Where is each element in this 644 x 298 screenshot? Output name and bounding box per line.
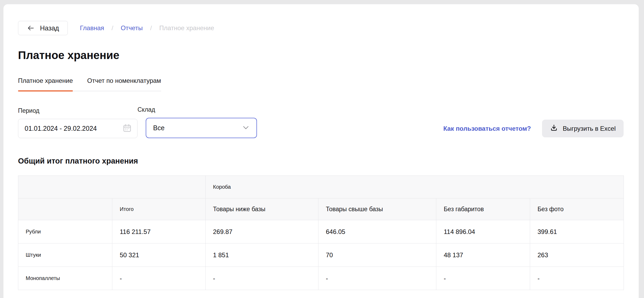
- period-value: 01.01.2024 - 29.02.2024: [25, 125, 119, 132]
- table-cell: 70: [318, 243, 436, 267]
- row-label: Монопаллеты: [18, 267, 112, 290]
- table-cell: -: [318, 267, 436, 290]
- breadcrumb-item-current: Платное хранение: [159, 24, 214, 32]
- summary-heading: Общий итог платного хранения: [18, 157, 624, 165]
- back-button-label: Назад: [40, 24, 59, 32]
- column-header-no-dimensions: Без габаритов: [436, 198, 530, 220]
- table-cell: -: [530, 267, 624, 290]
- page-title: Платное хранение: [18, 49, 624, 62]
- calendar-icon[interactable]: [122, 123, 132, 134]
- table-cell: 269.87: [206, 220, 318, 243]
- empty-header-cell: [18, 198, 112, 220]
- how-to-use-report-link[interactable]: Как пользоваться отчетом?: [443, 125, 531, 132]
- table-cell: 114 896.04: [436, 220, 530, 243]
- table-cell: 48 137: [436, 243, 530, 267]
- download-icon: [550, 124, 558, 133]
- column-header-total: Итого: [112, 198, 206, 220]
- table-cell: 263: [530, 243, 624, 267]
- topbar: Назад Главная / Отчеты / Платное хранени…: [18, 21, 624, 35]
- table-cell: 116 211.57: [112, 220, 206, 243]
- filters-row: Период 01.01.2024 - 29.02.2024 Склад Все: [18, 106, 624, 138]
- table-column-header-row: Итого Товары ниже базы Товары свыше базы…: [18, 198, 624, 220]
- breadcrumb: Главная / Отчеты / Платное хранение: [80, 24, 214, 32]
- table-cell: 1 851: [206, 243, 318, 267]
- empty-group-cell: [18, 176, 206, 198]
- breadcrumb-item-home[interactable]: Главная: [80, 24, 104, 32]
- table-row-rubles: Рубли 116 211.57 269.87 646.05 114 896.0…: [18, 220, 624, 243]
- breadcrumb-separator: /: [112, 24, 113, 32]
- table-cell: -: [112, 267, 206, 290]
- tab-nomenclature-report[interactable]: Отчет по номенклатурам: [87, 77, 161, 91]
- table-row-pieces: Штуки 50 321 1 851 70 48 137 263: [18, 243, 624, 267]
- breadcrumb-item-reports[interactable]: Отчеты: [121, 24, 143, 32]
- warehouse-filter: Склад Все: [137, 106, 257, 138]
- column-header-no-photo: Без фото: [530, 198, 624, 220]
- row-label: Штуки: [18, 243, 112, 267]
- warehouse-label: Склад: [137, 106, 257, 113]
- table-group-header-row: Короба: [18, 176, 624, 198]
- table-cell: 50 321: [112, 243, 206, 267]
- table-cell: 399.61: [530, 220, 624, 243]
- export-to-excel-button[interactable]: Выгрузить в Excel: [542, 120, 624, 137]
- back-button[interactable]: Назад: [18, 21, 68, 35]
- chevron-down-icon: [242, 123, 250, 133]
- period-filter: Период 01.01.2024 - 29.02.2024: [18, 107, 137, 138]
- warehouse-selected-value: Все: [153, 124, 242, 132]
- table-row-monopallets: Монопаллеты - - - - -: [18, 267, 624, 290]
- export-button-label: Выгрузить в Excel: [563, 125, 616, 132]
- row-label: Рубли: [18, 220, 112, 243]
- warehouse-select[interactable]: Все: [146, 118, 257, 138]
- report-actions: Как пользоваться отчетом? Выгрузить в Ex…: [443, 120, 624, 138]
- paid-storage-report-page: { "toolbar": { "back_label": "Назад", "b…: [0, 0, 644, 298]
- breadcrumb-separator: /: [150, 24, 152, 32]
- table-cell: -: [436, 267, 530, 290]
- period-label: Период: [18, 107, 137, 114]
- back-arrow-icon: [27, 24, 35, 32]
- period-input[interactable]: 01.01.2024 - 29.02.2024: [18, 119, 137, 138]
- table-cell: 646.05: [318, 220, 436, 243]
- group-header-boxes: Короба: [206, 176, 624, 198]
- column-header-above-base: Товары свыше базы: [318, 198, 436, 220]
- tab-paid-storage[interactable]: Платное хранение: [18, 77, 73, 91]
- content-card: Назад Главная / Отчеты / Платное хранени…: [3, 4, 639, 298]
- tab-bar: Платное хранение Отчет по номенклатурам: [18, 77, 161, 91]
- column-header-below-base: Товары ниже базы: [206, 198, 318, 220]
- paid-storage-summary-table: Короба Итого Товары ниже базы Товары свы…: [18, 175, 624, 290]
- table-cell: -: [206, 267, 318, 290]
